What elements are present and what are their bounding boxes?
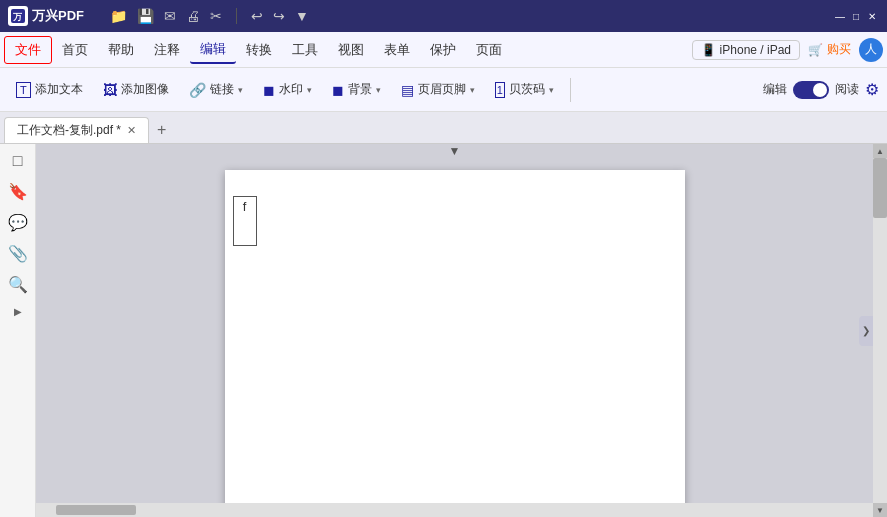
toolbar: T 添加文本 🖼 添加图像 🔗 链接 ▾ ◼ 水印 ▾ ◼ 背景 ▾ ▤ 页眉页… xyxy=(0,68,887,112)
watermark-dropdown-icon[interactable]: ▾ xyxy=(307,85,312,95)
watermark-label: 水印 xyxy=(279,81,303,98)
add-image-button[interactable]: 🖼 添加图像 xyxy=(95,77,177,102)
sidebar-expand-button[interactable]: ▶ xyxy=(14,306,22,317)
sidebar-comments-icon[interactable]: 💬 xyxy=(8,213,28,232)
sidebar-pages-icon[interactable]: □ xyxy=(13,152,23,170)
dropdown-icon[interactable]: ▼ xyxy=(295,8,309,24)
barcode-dropdown-icon[interactable]: ▾ xyxy=(549,85,554,95)
tab-close-button[interactable]: ✕ xyxy=(127,124,136,137)
menu-convert[interactable]: 转换 xyxy=(236,37,282,63)
sidebar-search-icon[interactable]: 🔍 xyxy=(8,275,28,294)
text-cursor-box: f xyxy=(233,196,257,246)
menu-bar-right: 📱 iPhone / iPad 🛒 购买 人 xyxy=(692,38,883,62)
edit-read-toggle: 编辑 阅读 xyxy=(763,81,859,99)
menu-view[interactable]: 视图 xyxy=(328,37,374,63)
barcode-icon: 1 xyxy=(495,82,505,98)
background-dropdown-icon[interactable]: ▾ xyxy=(376,85,381,95)
minimize-button[interactable]: — xyxy=(833,9,847,23)
shop-button[interactable]: 🛒 购买 xyxy=(808,41,851,58)
link-button[interactable]: 🔗 链接 ▾ xyxy=(181,77,251,102)
add-image-label: 添加图像 xyxy=(121,81,169,98)
header-footer-button[interactable]: ▤ 页眉页脚 ▾ xyxy=(393,77,483,102)
read-label: 阅读 xyxy=(835,81,859,98)
menu-edit[interactable]: 编辑 xyxy=(190,36,236,64)
left-sidebar: □ 🔖 💬 📎 🔍 ▶ xyxy=(0,144,36,517)
svg-text:万: 万 xyxy=(12,12,23,22)
watermark-button[interactable]: ◼ 水印 ▾ xyxy=(255,77,320,102)
logo-text: 万兴PDF xyxy=(32,7,84,25)
app-logo: 万 万兴PDF xyxy=(8,6,84,26)
header-footer-dropdown-icon[interactable]: ▾ xyxy=(470,85,475,95)
iphone-ipad-label: iPhone / iPad xyxy=(720,43,791,57)
text-input-area[interactable]: f xyxy=(233,196,257,246)
background-button[interactable]: ◼ 背景 ▾ xyxy=(324,77,389,102)
link-icon: 🔗 xyxy=(189,82,206,98)
separator xyxy=(236,8,237,24)
add-text-icon: T xyxy=(16,82,31,98)
tab-add-button[interactable]: + xyxy=(149,117,174,143)
email-icon[interactable]: ✉ xyxy=(164,8,176,24)
scroll-down-button[interactable]: ▼ xyxy=(873,503,887,517)
menu-bar: 文件 首页 帮助 注释 编辑 转换 工具 视图 表单 保护 页面 📱 iPhon… xyxy=(0,32,887,68)
avatar-icon: 人 xyxy=(865,41,877,58)
save-icon[interactable]: 💾 xyxy=(137,8,154,24)
edit-label: 编辑 xyxy=(763,81,787,98)
main-area: □ 🔖 💬 📎 🔍 ▶ ▼ f ❯ ▲ ▼ xyxy=(0,144,887,517)
open-file-icon[interactable]: 📁 xyxy=(110,8,127,24)
toolbar-separator xyxy=(570,78,571,102)
barcode-label: 贝茨码 xyxy=(509,81,545,98)
bottom-scrollbar[interactable] xyxy=(36,503,873,517)
scroll-thumb[interactable] xyxy=(873,158,887,218)
content-area: ▼ f xyxy=(36,144,873,517)
add-text-label: 添加文本 xyxy=(35,81,83,98)
scroll-up-button[interactable]: ▲ xyxy=(873,144,887,158)
link-label: 链接 xyxy=(210,81,234,98)
barcode-button[interactable]: 1 贝茨码 ▾ xyxy=(487,77,562,102)
title-bar: 万 万兴PDF 📁 💾 ✉ 🖨 ✂ ↩ ↪ ▼ — □ ✕ xyxy=(0,0,887,32)
cart-icon: 🛒 xyxy=(808,43,823,57)
menu-annotate[interactable]: 注释 xyxy=(144,37,190,63)
menu-help[interactable]: 帮助 xyxy=(98,37,144,63)
pdf-page: f xyxy=(225,170,685,510)
toolbar-right: 编辑 阅读 ⚙ xyxy=(763,80,879,99)
shop-label: 购买 xyxy=(827,41,851,58)
bottom-scroll-thumb[interactable] xyxy=(56,505,136,515)
tab-current[interactable]: 工作文档-复制.pdf * ✕ xyxy=(4,117,149,143)
undo-icon[interactable]: ↩ xyxy=(251,8,263,24)
sidebar-attachments-icon[interactable]: 📎 xyxy=(8,244,28,263)
link-dropdown-icon[interactable]: ▾ xyxy=(238,85,243,95)
sidebar-bookmarks-icon[interactable]: 🔖 xyxy=(8,182,28,201)
background-label: 背景 xyxy=(348,81,372,98)
tab-label: 工作文档-复制.pdf * xyxy=(17,122,121,139)
menu-protect[interactable]: 保护 xyxy=(420,37,466,63)
print-icon[interactable]: 🖨 xyxy=(186,8,200,24)
background-icon: ◼ xyxy=(332,82,344,98)
menu-forms[interactable]: 表单 xyxy=(374,37,420,63)
phone-icon: 📱 xyxy=(701,43,716,57)
redo-icon[interactable]: ↪ xyxy=(273,8,285,24)
title-bar-left: 万 万兴PDF 📁 💾 ✉ 🖨 ✂ ↩ ↪ ▼ xyxy=(8,6,309,26)
menu-file[interactable]: 文件 xyxy=(4,36,52,64)
user-avatar[interactable]: 人 xyxy=(859,38,883,62)
toggle-knob xyxy=(813,83,827,97)
add-image-icon: 🖼 xyxy=(103,82,117,98)
settings-icon[interactable]: ⚙ xyxy=(865,80,879,99)
close-button[interactable]: ✕ xyxy=(865,9,879,23)
maximize-button[interactable]: □ xyxy=(849,9,863,23)
menu-tools[interactable]: 工具 xyxy=(282,37,328,63)
add-text-button[interactable]: T 添加文本 xyxy=(8,77,91,102)
menu-page[interactable]: 页面 xyxy=(466,37,512,63)
cut-icon[interactable]: ✂ xyxy=(210,8,222,24)
header-footer-icon: ▤ xyxy=(401,82,414,98)
tab-bar: 工作文档-复制.pdf * ✕ + xyxy=(0,112,887,144)
menu-home[interactable]: 首页 xyxy=(52,37,98,63)
header-footer-label: 页眉页脚 xyxy=(418,81,466,98)
right-panel-collapse[interactable]: ❯ xyxy=(859,316,873,346)
mode-toggle-switch[interactable] xyxy=(793,81,829,99)
cursor-char: f xyxy=(243,199,247,214)
right-scrollbar[interactable]: ▲ ▼ xyxy=(873,144,887,517)
iphone-ipad-button[interactable]: 📱 iPhone / iPad xyxy=(692,40,800,60)
title-bar-icons: 📁 💾 ✉ 🖨 ✂ ↩ ↪ ▼ xyxy=(110,8,309,24)
watermark-icon: ◼ xyxy=(263,82,275,98)
window-controls: — □ ✕ xyxy=(833,9,879,23)
